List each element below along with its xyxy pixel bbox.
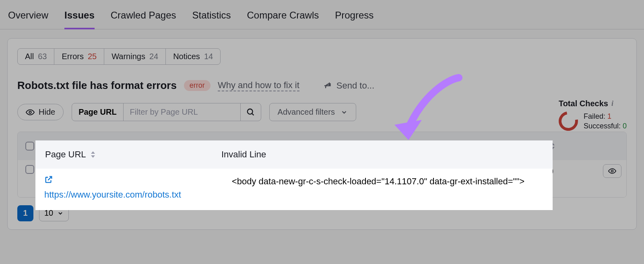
search-button[interactable]: [240, 103, 261, 121]
share-arrow-icon: [323, 81, 332, 91]
total-checks-heading: Total Checks i: [559, 99, 627, 108]
url-filter-label: Page URL: [72, 103, 123, 121]
svg-point-1: [247, 109, 252, 114]
svg-line-2: [252, 113, 254, 115]
filter-notices-count: 14: [204, 52, 213, 61]
total-checks-block: Total Checks i Failed: 1 Successful: 0: [559, 99, 627, 131]
svg-point-0: [29, 111, 31, 113]
failed-label: Failed:: [584, 112, 605, 120]
svg-point-7: [611, 170, 613, 172]
highlight-callout: Page URL Invalid Line https://www.yoursi…: [35, 140, 553, 210]
chevron-down-icon: [57, 210, 64, 217]
filter-all-count: 63: [38, 52, 47, 61]
hl-col-page-url[interactable]: Page URL: [35, 149, 213, 160]
hl-col-page-url-label: Page URL: [45, 149, 86, 160]
filter-errors-count: 25: [88, 52, 97, 61]
failed-line: Failed: 1: [584, 112, 627, 121]
issue-type-filter: All 63 Errors 25 Warnings 24 Notices 14: [17, 48, 221, 65]
sort-icon: [90, 151, 96, 158]
total-checks-label: Total Checks: [559, 99, 608, 108]
hl-page-url-link[interactable]: https://www.yoursite.com/robots.txt: [44, 190, 181, 200]
send-to-button[interactable]: Send to...: [323, 80, 374, 91]
successful-label: Successful:: [584, 122, 621, 130]
filter-warnings[interactable]: Warnings 24: [104, 49, 166, 64]
tab-issues[interactable]: Issues: [64, 10, 95, 29]
failed-value: 1: [607, 112, 611, 120]
svg-marker-9: [91, 155, 95, 158]
external-link-icon[interactable]: [44, 175, 53, 184]
tab-overview[interactable]: Overview: [8, 10, 48, 29]
svg-marker-8: [91, 151, 95, 154]
select-all-checkbox[interactable]: [25, 142, 34, 151]
hl-invalid-cell: <body data-new-gr-c-s-check-loaded="14.1…: [213, 175, 544, 201]
severity-badge: error: [184, 80, 211, 91]
filter-warnings-label: Warnings: [111, 52, 145, 61]
advanced-filters-button[interactable]: Advanced filters: [269, 103, 356, 121]
hide-label: Hide: [39, 107, 55, 117]
filter-warnings-count: 24: [149, 52, 158, 61]
issue-header: Robots.txt file has format errors error …: [17, 79, 627, 92]
progress-ring-icon: [555, 108, 582, 135]
send-to-label: Send to...: [336, 80, 374, 91]
nav-tabs: Overview Issues Crawled Pages Statistics…: [0, 0, 644, 29]
chevron-down-icon: [341, 109, 348, 116]
hl-row: https://www.yoursite.com/robots.txt <bod…: [35, 169, 553, 210]
issue-title: Robots.txt file has format errors: [17, 79, 177, 92]
hide-button[interactable]: Hide: [17, 104, 64, 120]
url-filter-input[interactable]: [124, 103, 240, 121]
eye-icon: [26, 108, 35, 117]
tab-compare-crawls[interactable]: Compare Crawls: [247, 10, 319, 29]
view-button[interactable]: [603, 164, 621, 178]
filter-errors-label: Errors: [62, 52, 83, 61]
search-icon: [246, 108, 255, 117]
page-1-button[interactable]: 1: [17, 205, 33, 221]
filter-errors[interactable]: Errors 25: [54, 49, 104, 64]
successful-value: 0: [623, 122, 627, 130]
url-filter-group: Page URL: [72, 103, 261, 121]
tab-progress[interactable]: Progress: [335, 10, 374, 29]
tab-statistics[interactable]: Statistics: [192, 10, 231, 29]
advanced-filters-label: Advanced filters: [278, 107, 335, 117]
hl-col-invalid[interactable]: Invalid Line: [213, 149, 553, 160]
successful-line: Successful: 0: [584, 122, 627, 130]
filter-notices-label: Notices: [173, 52, 200, 61]
filter-all[interactable]: All 63: [18, 49, 54, 64]
why-and-how-link[interactable]: Why and how to fix it: [218, 80, 299, 91]
filter-all-label: All: [25, 52, 34, 61]
filter-notices[interactable]: Notices 14: [166, 49, 220, 64]
row-checkbox[interactable]: [25, 165, 34, 174]
controls-row: Hide Page URL Advanced filters: [17, 103, 627, 121]
tab-crawled-pages[interactable]: Crawled Pages: [111, 10, 176, 29]
info-icon[interactable]: i: [611, 99, 613, 108]
eye-icon: [607, 167, 617, 175]
